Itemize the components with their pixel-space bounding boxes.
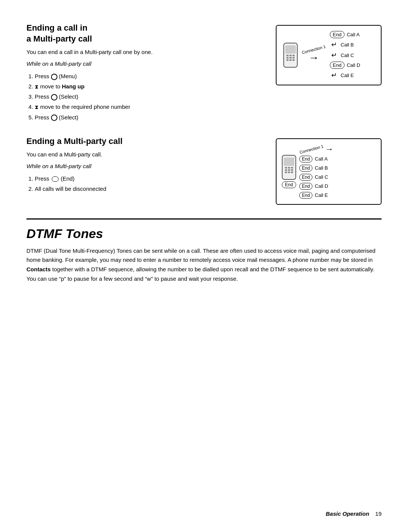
phone-screen1 — [285, 45, 296, 54]
call-row: End Call A — [330, 31, 360, 38]
section-ending-call-multiparty: Ending a call ina Multi-party call You c… — [26, 23, 382, 122]
conn-area2: Connection 1 → End Call A End Call B End… — [299, 144, 334, 199]
call-d: Call D — [347, 62, 360, 68]
key — [288, 169, 290, 171]
key — [292, 59, 295, 61]
key — [291, 167, 293, 169]
key — [286, 59, 289, 61]
key — [288, 167, 290, 169]
curved-arrow-e: ↵ — [331, 71, 337, 79]
conn-label-row: Connection 1 → — [299, 144, 334, 154]
phone-icon1 — [283, 43, 298, 68]
diagram1-inner: Connection 1 → End Call A ↵ Call B ↵ Ca — [283, 31, 374, 79]
end-button-icon — [52, 176, 59, 182]
arrow2: → — [325, 144, 334, 154]
step: Press (Menu) — [35, 71, 264, 81]
phone-icon2 — [282, 155, 296, 180]
step: ⧗ move to Hang up — [35, 81, 264, 91]
key — [286, 55, 289, 56]
section2-title: Ending a Multi-party call — [26, 136, 264, 147]
call-row: End Call D — [299, 183, 328, 190]
call-2a: Call A — [315, 156, 328, 162]
step: Press (Select) — [35, 112, 264, 122]
contacts-bold: Contacts — [26, 266, 51, 272]
call-row: ↵ Call C — [330, 51, 360, 59]
section2-while: While on a Multi-party call — [26, 162, 264, 171]
calls-column1: End Call A ↵ Call B ↵ Call C End Call D — [330, 31, 360, 79]
call-2c: Call C — [315, 174, 328, 180]
connection-label2: Connection 1 — [299, 144, 324, 154]
end-badge-center: End — [282, 181, 296, 188]
phone-keys2 — [285, 167, 293, 173]
arrow1: → — [308, 53, 319, 63]
select-icon — [51, 94, 57, 101]
call-c: Call C — [341, 53, 354, 58]
nav-symbol2: ⧗ — [35, 104, 39, 110]
call-row: ↵ Call B — [330, 40, 360, 49]
section1-while: While on a Multi-party call — [26, 60, 264, 68]
menu-icon — [51, 74, 57, 80]
call-row: End Call E — [299, 192, 328, 199]
diagram2: End Connection 1 → End Call A End Call B… — [276, 138, 382, 205]
key — [289, 55, 292, 56]
end-badge-a: End — [330, 31, 345, 38]
select-icon2 — [51, 114, 57, 121]
phone-screen2 — [284, 158, 294, 166]
calls-column2: End Call A End Call B End Call C End Cal… — [299, 156, 328, 199]
call-row: End Call D — [330, 62, 360, 69]
call-row: ↵ Call E — [330, 71, 360, 79]
step: All calls will be disconnected — [35, 184, 264, 194]
call-row: End Call C — [299, 174, 328, 181]
key — [288, 172, 290, 173]
end-badge-2e: End — [299, 192, 312, 199]
end-badge-2d: End — [299, 183, 312, 190]
phone-keys1 — [286, 55, 295, 61]
section1-steps: Press (Menu) ⧗ move to Hang up Press (Se… — [35, 71, 264, 122]
key — [292, 55, 295, 56]
end-badge-d: End — [330, 62, 345, 69]
section1-title: Ending a call ina Multi-party call — [26, 23, 264, 44]
curved-arrow-b: ↵ — [331, 40, 337, 49]
end-badge-2c: End — [299, 174, 312, 181]
page-number: 19 — [375, 510, 382, 517]
dtmf-title: DTMF Tones — [26, 226, 382, 241]
call-2b: Call B — [315, 165, 328, 171]
step: ⧗ move to the required phone number — [35, 102, 264, 112]
footer-label: Basic Operation — [326, 510, 369, 517]
key — [291, 172, 293, 173]
phone-area2: End — [282, 155, 296, 188]
step: Press (End) — [35, 173, 264, 184]
call-2d: Call D — [315, 183, 328, 189]
dtmf-section: DTMF Tones DTMF (Dual Tone Multi-Frequen… — [26, 218, 382, 284]
key — [289, 59, 292, 61]
end-badge-2a: End — [299, 156, 312, 162]
key — [286, 57, 289, 59]
key — [285, 169, 287, 171]
conn-area1: Connection 1 → — [301, 47, 326, 63]
diagram1: Connection 1 → End Call A ↵ Call B ↵ Ca — [276, 25, 382, 85]
section2-steps: Press (End) All calls will be disconnect… — [35, 173, 264, 194]
call-row: End Call A — [299, 156, 328, 162]
key — [285, 172, 287, 173]
key — [292, 57, 295, 59]
call-b: Call B — [341, 42, 354, 48]
step: Press (Select) — [35, 91, 264, 102]
section1-text: Ending a call ina Multi-party call You c… — [26, 23, 264, 122]
phone-area1 — [283, 43, 298, 68]
curved-arrow-c: ↵ — [331, 51, 337, 59]
end-badge-2b: End — [299, 165, 312, 172]
nav-symbol: ⧗ — [35, 84, 39, 90]
call-a: Call A — [347, 32, 360, 37]
call-e: Call E — [341, 73, 354, 78]
footer: Basic Operation 19 — [326, 510, 382, 517]
call-2e: Call E — [315, 192, 328, 198]
key — [285, 167, 287, 169]
section-ending-multiparty: Ending a Multi-party call You can end a … — [26, 136, 382, 205]
call-row: End Call B — [299, 165, 328, 172]
section2-text: Ending a Multi-party call You can end a … — [26, 136, 264, 205]
key — [289, 57, 292, 59]
section1-intro: You can end a call in a Multi-party call… — [26, 48, 264, 57]
section2-intro: You can end a Multi-party call. — [26, 150, 264, 159]
key — [291, 169, 293, 171]
dtmf-body: DTMF (Dual Tone Multi-Frequency) Tones c… — [26, 246, 382, 284]
